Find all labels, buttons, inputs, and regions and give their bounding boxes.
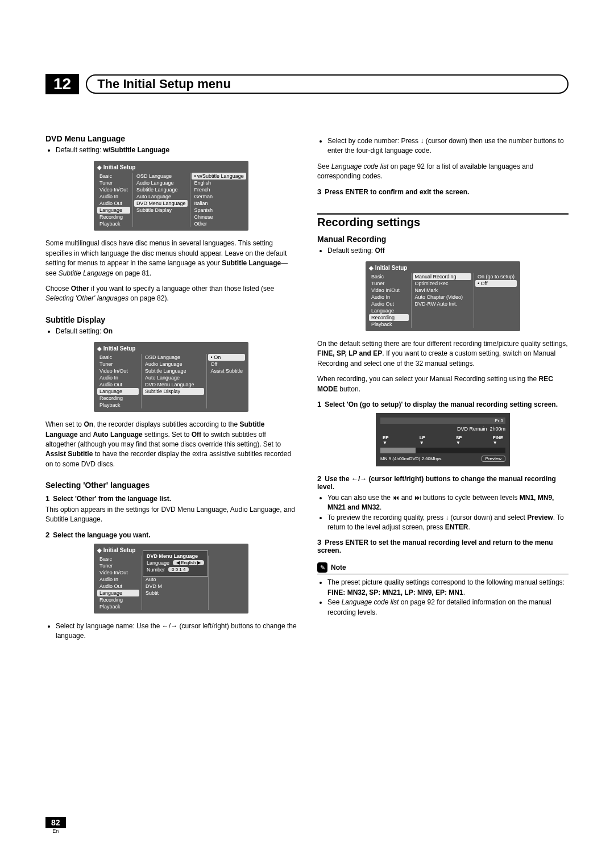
page-number: 82 En [45,817,66,834]
bullet-select-by-name: Select by language name: Use the ←/→ (cu… [56,621,297,641]
chapter-header: 12 The Initial Setup menu [45,74,569,94]
rec-step-3: 3Press ENTER to set the manual recording… [317,538,569,554]
rec-remain: DVD Remain 2h00m [380,426,505,432]
heading-dvd-menu-language: DVD Menu Language [45,134,297,143]
default-setting-line: Default setting: On [56,327,297,336]
paragraph-multilingual: Some multilingual discs have disc menus … [45,239,297,278]
bullet-cycle-levels: You can also use the ⏮ and ⏭ buttons to … [327,493,569,513]
rec-pr-indicator: Pr 5 [380,418,505,424]
chapter-number: 12 [45,74,79,94]
chapter-title: The Initial Setup menu [97,77,231,91]
manual-recording-screen: Pr 5 DVD Remain 2h00m EP▼LP▼SP▼FINE▼ MN … [376,413,510,466]
heading-recording-settings: Recording settings [317,213,569,229]
step-1-desc: This option appears in the settings for … [45,505,297,525]
bullet-select-by-code: Select by code number: Press ↓ (cursor d… [327,136,569,156]
note-item-2: See Language code list on page 92 for de… [327,598,569,617]
osd-subtitle-display: Initial SetupBasicTunerVideo In/OutAudio… [94,342,248,412]
rec-level-bar [380,448,505,453]
default-setting-line: Default setting: Off [327,246,569,256]
bullet-preview: To preview the recording quality, press … [327,513,569,533]
note-item-1: The preset picture quality settings corr… [327,578,569,598]
osd-dvd-menu-language: Initial SetupBasicTunerVideo In/OutAudio… [94,161,248,231]
heading-manual-recording: Manual Recording [317,235,569,244]
preview-button[interactable]: Preview [482,456,505,462]
paragraph-choose-other: Choose Other if you want to specify a la… [45,284,297,304]
heading-subtitle-display: Subtitle Display [45,315,297,324]
right-column: Select by code number: Press ↓ (cursor d… [317,134,569,647]
left-column: DVD Menu Language Default setting: w/Sub… [45,134,297,647]
osd-manual-recording: Initial SetupBasicTunerVideo In/OutAudio… [366,261,520,331]
chapter-title-pill: The Initial Setup menu [86,74,569,94]
pencil-icon: ✎ [317,562,327,573]
heading-selecting-other: Selecting 'Other' languages [45,481,297,490]
rec-quality-marks: EP▼LP▼SP▼FINE▼ [380,435,505,445]
paragraph-default-setting: On the default setting there are four di… [317,339,569,369]
default-setting-line: Default setting: w/Subtitle Language [56,145,297,155]
page-body: 12 The Initial Setup menu DVD Menu Langu… [0,0,614,670]
rec-step-2: 2Use the ←/→ (cursor left/right) buttons… [317,474,569,491]
step-2: 2Select the language you want. [45,531,297,539]
note-heading: ✎ Note [317,562,569,574]
step-1: 1Select 'Other' from the language list. [45,494,297,503]
paragraph-see-code-list: See Language code list on page 92 for a … [317,162,569,182]
paragraph-rec-mode: When recording, you can select your Manu… [317,374,569,394]
rec-step-1: 1Select 'On (go to setup)' to display th… [317,400,569,408]
step-3-confirm: 3Press ENTER to confirm and exit the scr… [317,187,569,196]
rec-footer: MN 9 (4h00m/DVD) 2.60Mbps Preview [380,456,505,462]
osd-other-language-popup: Initial SetupBasicTunerVideo In/OutAudio… [94,544,248,614]
paragraph-subtitle-display: When set to On, the recorder displays su… [45,420,297,469]
